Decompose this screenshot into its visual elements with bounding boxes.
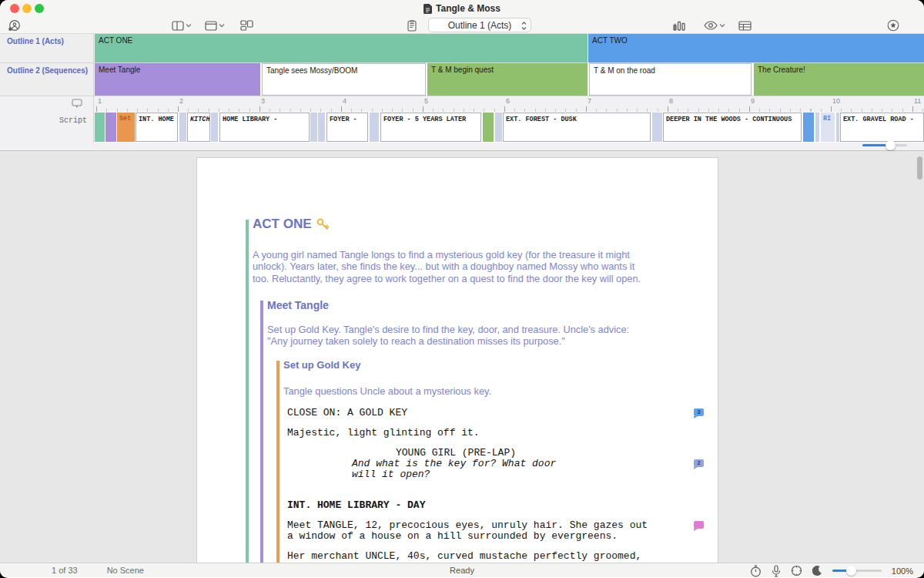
seq-block[interactable]: The Creature! <box>754 63 924 96</box>
table-view-icon[interactable] <box>738 18 752 32</box>
script-strip[interactable] <box>211 113 218 142</box>
slider-knob[interactable] <box>846 566 856 576</box>
script-strip[interactable] <box>105 113 116 142</box>
timer-icon[interactable] <box>750 565 762 577</box>
script-line-action[interactable]: a window of a house on a hill surrounded… <box>287 531 710 542</box>
script-strip[interactable] <box>815 113 819 142</box>
script-line-text: Meet TANGLE, 12, precocious eyes, unruly… <box>287 519 648 531</box>
seq-block[interactable]: T & M begin quest <box>427 63 588 96</box>
seq-block[interactable]: Tangle sees Mossy/BOOM <box>262 63 426 96</box>
timeline-ruler-row: 1234567891011 <box>0 96 924 112</box>
script-strip[interactable]: INT. HOME <box>136 113 178 142</box>
script-strip[interactable] <box>318 113 325 142</box>
scene-section-heading[interactable]: Set up Gold Key <box>283 359 360 371</box>
timeline-row-sequences: Outline 2 (Sequences) Meet TangleTangle … <box>0 63 924 96</box>
script-line-action[interactable]: Meet TANGLE, 12, precocious eyes, unruly… <box>287 520 710 531</box>
timeline-row-label-acts: Outline 1 (Acts) <box>0 34 94 62</box>
preview-eye-icon[interactable] <box>704 18 725 32</box>
page-ruler: 1234567891011 <box>95 96 924 112</box>
script-strip[interactable]: EXT. GRAVEL ROAD - <box>840 113 924 142</box>
window-layout-icon[interactable] <box>205 18 225 32</box>
comment-marker[interactable] <box>694 521 704 529</box>
ruler-number: 11 <box>914 97 921 105</box>
script-strip[interactable]: FOYER - 5 YEARS LATER <box>380 113 481 142</box>
script-strip[interactable] <box>652 113 662 142</box>
ruler-number: 1 <box>98 97 102 105</box>
script-strip[interactable]: EXT. FOREST - DUSK <box>503 113 651 142</box>
status-bar: 1 of 33 No Scene Ready 100% <box>0 563 924 577</box>
statistics-icon[interactable] <box>673 18 685 32</box>
comment-marker[interactable]: 3 <box>694 408 704 416</box>
microphone-icon[interactable] <box>772 565 781 577</box>
sidebar-toggle-icon[interactable] <box>172 18 192 32</box>
dark-mode-moon-icon[interactable] <box>812 566 822 576</box>
focus-mode-icon[interactable] <box>791 565 802 576</box>
cards-view-icon[interactable] <box>240 18 253 32</box>
script-strip[interactable] <box>179 113 186 142</box>
script-text[interactable]: CLOSE ON: A GOLD KEY3Majestic, light gli… <box>287 408 710 562</box>
script-strip-label: HOME LIBRARY - <box>220 113 309 126</box>
script-strip[interactable]: Set <box>117 113 135 142</box>
script-line-action[interactable]: Majestic, light glinting off it. <box>287 428 710 439</box>
script-page[interactable]: ACT ONE A young girl named Tangle longs … <box>196 157 718 563</box>
sequence-synopsis[interactable]: Set up Gold Key. Tangle's desire to find… <box>267 324 629 348</box>
script-strip-label: RI <box>821 113 835 125</box>
act-synopsis[interactable]: A young girl named Tangle longs to find … <box>253 249 641 284</box>
act-block[interactable]: ACT ONE <box>95 34 588 62</box>
script-strip[interactable] <box>495 113 502 142</box>
script-strip[interactable]: HOME LIBRARY - <box>219 113 310 142</box>
scene-section-synopsis[interactable]: Tangle questions Uncle about a mysteriou… <box>283 385 491 397</box>
script-strip[interactable]: RI <box>821 113 835 142</box>
minimize-button[interactable] <box>22 4 32 13</box>
script-line-text: will it open? <box>352 469 430 480</box>
acts-track: ACT ONEACT TWO <box>95 34 924 62</box>
script-strip-label: EXT. GRAVEL ROAD - <box>841 113 923 126</box>
comment-bubble-icon[interactable] <box>72 99 82 108</box>
script-strip-label: DEEPER IN THE WOODS - CONTINUOUS <box>664 113 801 126</box>
ruler-number: 5 <box>424 97 428 105</box>
script-strip[interactable] <box>483 113 494 142</box>
seq-block[interactable]: Meet Tangle <box>95 63 260 96</box>
script-line-scene[interactable]: INT. HOME LIBRARY - DAY <box>287 500 710 511</box>
script-line-text: a window of a house on a hill surrounded… <box>287 530 618 542</box>
script-line-character[interactable]: YOUNG GIRL (PRE-LAP) <box>396 448 710 459</box>
script-strip[interactable] <box>803 113 814 142</box>
script-strip[interactable] <box>310 113 317 142</box>
seq-block[interactable]: T & M on the road <box>589 63 752 96</box>
zoom-window-button[interactable] <box>35 4 44 13</box>
script-strip[interactable]: KITCH <box>187 113 210 142</box>
ruler-number: 8 <box>669 97 673 105</box>
act-heading[interactable]: ACT ONE <box>253 217 330 232</box>
ruler-number: 9 <box>751 97 755 105</box>
app-window: Tangle & Moss Outline 1 (Acts) <box>0 0 924 578</box>
seq-block-label: Tangle sees Mossy/BOOM <box>263 64 425 77</box>
outline-selector[interactable]: Outline 1 (Acts) <box>428 18 531 32</box>
ruler-number: 6 <box>506 97 510 105</box>
vertical-scrollbar[interactable] <box>917 156 922 180</box>
notes-icon[interactable] <box>407 18 417 32</box>
script-line-text: CLOSE ON: A GOLD KEY <box>287 407 407 418</box>
ruler-number: 10 <box>832 97 840 105</box>
script-line-dialogue[interactable]: And what is the key for? What door2 <box>352 459 710 469</box>
comment-marker[interactable]: 2 <box>694 459 704 467</box>
timeline-zoom-slider[interactable] <box>862 140 907 150</box>
act-block[interactable]: ACT TWO <box>588 34 924 62</box>
timeline-row-label-script: Script <box>0 112 94 143</box>
script-track: SetINT. HOMEKITCHHOME LIBRARY -FOYER -FO… <box>95 112 924 143</box>
user-activity-icon[interactable] <box>8 18 21 32</box>
script-line-action[interactable]: CLOSE ON: A GOLD KEY3 <box>287 408 710 418</box>
act-color-bar <box>246 220 249 563</box>
sequence-heading[interactable]: Meet Tangle <box>267 299 329 311</box>
script-strip[interactable] <box>836 113 839 142</box>
script-strip[interactable]: FOYER - <box>326 113 368 142</box>
script-strip[interactable]: DEEPER IN THE WOODS - CONTINUOUS <box>663 113 802 142</box>
quick-actions-star-icon[interactable] <box>887 18 899 32</box>
script-strip[interactable] <box>370 113 379 142</box>
script-line-action[interactable]: Her merchant UNCLE, 40s, curved mustache… <box>287 551 710 562</box>
script-line-dialogue[interactable]: will it open? <box>352 469 710 480</box>
key-emoji-icon <box>316 218 330 231</box>
editor-zoom-slider[interactable] <box>832 566 882 576</box>
slider-knob[interactable] <box>886 140 896 150</box>
script-strip[interactable] <box>95 113 105 142</box>
close-button[interactable] <box>10 4 19 13</box>
